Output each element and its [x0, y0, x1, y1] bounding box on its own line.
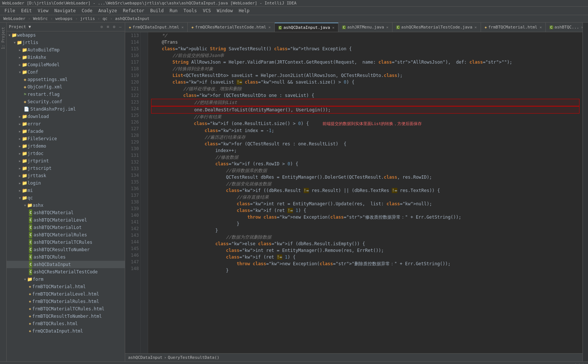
menu-item-code[interactable]: Code	[79, 7, 96, 14]
code-line-135: //数据变化就修改数据	[151, 181, 579, 187]
tree-item-login[interactable]: ▸📁login	[7, 179, 125, 187]
tree-item-conf[interactable]: ▾📁Conf	[7, 68, 125, 76]
bc-item-1[interactable]: WebSrc	[32, 16, 49, 21]
menu-item-refactor[interactable]: Refactor	[120, 7, 147, 14]
tab-bar: ◈frmQCDataInput.html✕◈frmQCResMaterialTe…	[125, 23, 582, 32]
menu-item-edit[interactable]: Edit	[18, 7, 35, 14]
tree-item-webapps[interactable]: ▾📁webapps	[7, 31, 125, 39]
bc-item-2[interactable]: webapps	[54, 16, 74, 21]
tree-item-ashbtqcmaterial[interactable]: CashBTQCMaterial	[7, 209, 125, 216]
tab-ashqcresmaterialtestcode-java[interactable]: CashQCResMaterialTestCode.java✕	[392, 23, 481, 32]
tab-frmqcdatainput-html[interactable]: ◈frmQCDataInput.html✕	[125, 23, 188, 32]
tab-ashjrtmenu-java[interactable]: CashJRTMenu.java✕	[338, 23, 392, 32]
tab-close-btn[interactable]: ✕	[268, 25, 271, 29]
tree-item-compilemodel[interactable]: ▸📁CompileModel	[7, 61, 125, 68]
menu-item-build[interactable]: Build	[147, 7, 167, 14]
tree-item-fileservice[interactable]: ▸📁FileService	[7, 135, 125, 142]
tree-item-qc[interactable]: ▾📁qc	[7, 194, 125, 202]
tree-item-mi[interactable]: ▸📁mi	[7, 187, 125, 194]
line-number-136: 136	[127, 185, 139, 192]
tab-close-btn[interactable]: ✕	[475, 25, 477, 29]
project-tab[interactable]: 1: Project	[1, 24, 5, 52]
bc-sep-4: ›	[109, 16, 113, 21]
tree-item-label: form	[33, 276, 43, 283]
tree-item-jrtdoc[interactable]: ▸📁jrtdoc	[7, 150, 125, 157]
tab-ashqcdatainput-java[interactable]: CashQCDataInput.java✕	[275, 23, 338, 32]
tab-close-btn[interactable]: ✕	[332, 26, 334, 30]
xml-icon: ◈	[24, 98, 26, 105]
tree-item-ashbtqcmateriallot[interactable]: CashBTQCMaterialLot	[7, 224, 125, 231]
tree-item-frmbtqcmaterial-html[interactable]: ◈frmBTQCMaterial.html	[7, 283, 125, 290]
tree-item-download[interactable]: ▸📁download	[7, 113, 125, 120]
folder-icon: 📁	[22, 121, 27, 127]
minimize-btn[interactable]: —	[118, 24, 123, 30]
tab-frmqcresmaterialtestcode-html[interactable]: ◈frmQCResMaterialTestCode.html✕	[188, 23, 275, 32]
java-icon: C	[29, 254, 32, 260]
code-content[interactable]: */ @Trans class="kw">public String SaveT…	[148, 32, 582, 353]
tree-item-frmbtqcmaterialtcrules-html[interactable]: ◈frmBTQCMaterialTCRules.html	[7, 305, 125, 313]
collapse-btn[interactable]: ≡	[106, 24, 110, 30]
line-number-121: 121	[127, 85, 139, 92]
code-line-114: @Trans	[151, 39, 579, 46]
menu-item-tools[interactable]: Tools	[181, 7, 200, 14]
tree-item-autobuildtmp[interactable]: ▸📁AutoBuildTmp	[7, 46, 125, 54]
tree-item-frmbtqcresulttonumber-html[interactable]: ◈frmBTQCResultToNumber.html	[7, 313, 125, 320]
code-line-141: }	[151, 220, 579, 227]
bc-item-4[interactable]: qc	[101, 16, 108, 21]
tree-item-ashbtqcmateriallevel[interactable]: CashBTQCMaterialLevel	[7, 216, 125, 224]
tree-item-appsettings-xml[interactable]: ◈appsettings.xml	[7, 76, 125, 83]
tree-item-ashqcresmaterialtestcode[interactable]: CashQCResMaterialTestCode	[7, 268, 125, 276]
menu-item-window[interactable]: Window	[214, 7, 235, 14]
menu-item-view[interactable]: View	[35, 7, 51, 14]
line-number-144: 144	[127, 239, 139, 245]
tree-item-restart-flag[interactable]: ⚑restart.flag	[7, 91, 125, 98]
tree-item-facade[interactable]: ▸📁facade	[7, 128, 125, 135]
menu-item-run[interactable]: Run	[167, 7, 181, 14]
tree-item-ashbtqcmaterialtcrules[interactable]: CashBTQCMaterialTCRules	[7, 239, 125, 246]
tree-item-label: CompileModel	[27, 61, 60, 68]
tab-frmbtqcmaterial-html[interactable]: ◈frmBTQCMaterial.html✕	[481, 23, 546, 32]
menu-item-navigate[interactable]: Navigate	[51, 7, 79, 14]
bc-item-0[interactable]: WebLoader	[2, 16, 27, 21]
bc-item-3[interactable]: jrtlis	[79, 16, 96, 21]
tree-item-ashqcdatainput[interactable]: CashQCDataInput	[7, 261, 125, 268]
tree-item-jrtdemo[interactable]: ▸📁jrtdemo	[7, 142, 125, 150]
tree-item-ashbtqcrules[interactable]: CashBTQCRules	[7, 253, 125, 261]
tree-item-ashbtqcmaterialrules[interactable]: CashBTQCMaterialRules	[7, 231, 125, 239]
tree-item-standashxproj-iml[interactable]: 📄StandAshxProj.iml	[7, 105, 125, 113]
html-icon: ◈	[29, 306, 31, 312]
tree-item-objconfig-xml[interactable]: ◈ObjConfig.xml	[7, 83, 125, 91]
menu-item-analyze[interactable]: Analyze	[95, 7, 120, 14]
tree-item-frmbtqcrules-html[interactable]: ◈frmBTQCRules.html	[7, 320, 125, 327]
tree-item-jrttask[interactable]: ▸📁jrttask	[7, 172, 125, 179]
bc-item-5[interactable]: ashQCDataInput	[114, 16, 151, 21]
tree-item-security-conf[interactable]: ◈Security.conf	[7, 98, 125, 105]
tree-item-jrtprint[interactable]: ▸📁jrtprint	[7, 157, 125, 165]
code-line-134: QCTestResult dbRes = EntityManager().Dol…	[151, 174, 579, 181]
tree-item-ashx[interactable]: ▾📁ashx	[7, 202, 125, 209]
menu-item-help[interactable]: Help	[236, 7, 253, 14]
tree-item-error[interactable]: ▸📁error	[7, 120, 125, 128]
tab-ashbtqc---[interactable]: CashBTQC...✕	[546, 23, 582, 32]
tree-item-frmbtqcmaterialrules-html[interactable]: ◈frmBTQCMaterialRules.html	[7, 298, 125, 305]
code-marks	[141, 32, 148, 353]
tab-close-btn[interactable]: ✕	[181, 25, 184, 29]
tab-close-btn[interactable]: ✕	[539, 25, 542, 29]
tree-item-form[interactable]: ▾📁form	[7, 276, 125, 283]
tree-arrow: ▸	[19, 165, 21, 172]
tree-arrow: ▸	[19, 143, 21, 149]
tree-item-frmqcdatainput-html[interactable]: ◈frmQCDataInput.html	[7, 327, 125, 335]
locate-btn[interactable]: ⊙	[100, 24, 104, 30]
tree-item-jrtlis[interactable]: ▾📁jrtlis	[7, 39, 125, 46]
line-number-145: 145	[127, 245, 139, 252]
tree-item-label: mi	[27, 187, 33, 194]
tree-item-jrtscript[interactable]: ▸📁jrtscript	[7, 165, 125, 172]
menu-item-file[interactable]: File	[1, 7, 18, 14]
tree-item-binashx[interactable]: ▸📁BinAshx	[7, 54, 125, 61]
tree-item-ashbtqcresulttonumber[interactable]: CashBTQCResultToNumber	[7, 246, 125, 253]
settings-btn[interactable]: ⚙	[112, 24, 117, 30]
line-number-117: 117	[127, 59, 139, 65]
tree-item-frmbtqcmateriallevel-html[interactable]: ◈frmBTQCMaterialLevel.html	[7, 290, 125, 298]
menu-item-vcs[interactable]: VCS	[200, 7, 214, 14]
tab-close-btn[interactable]: ✕	[386, 25, 388, 29]
